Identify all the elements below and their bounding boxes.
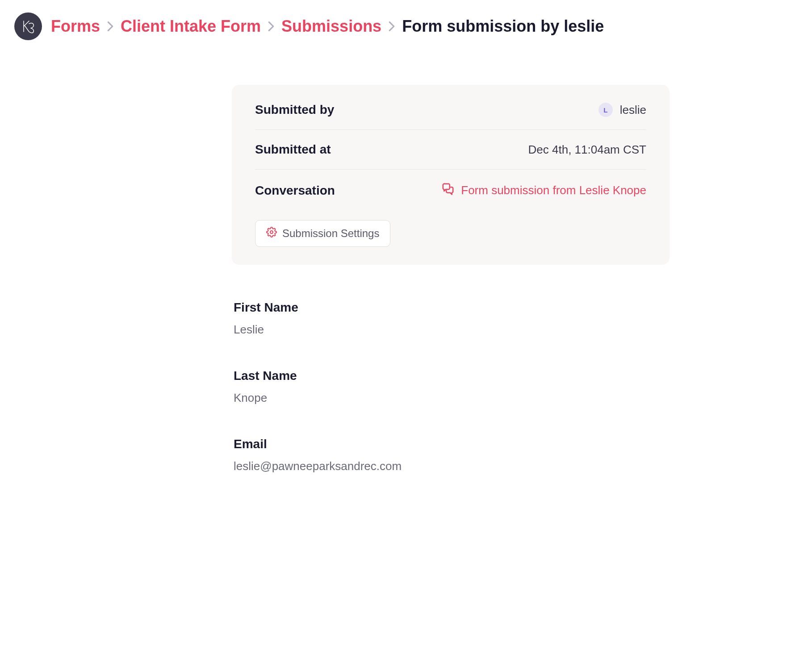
field-last-name: Last Name Knope xyxy=(234,369,668,405)
conversation-label: Conversation xyxy=(255,183,335,198)
gear-icon xyxy=(266,227,277,240)
breadcrumb-link-client-intake-form[interactable]: Client Intake Form xyxy=(121,17,261,36)
summary-row-conversation: Conversation Form submission from Leslie… xyxy=(255,170,646,211)
field-value: leslie@pawneeparksandrec.com xyxy=(234,459,668,473)
main-content: Submitted by L leslie Submitted at Dec 4… xyxy=(142,85,670,473)
submitted-by-username: leslie xyxy=(620,103,646,117)
chevron-right-icon xyxy=(107,21,113,31)
conversation-link[interactable]: Form submission from Leslie Knope xyxy=(441,182,646,199)
breadcrumb-link-submissions[interactable]: Submissions xyxy=(281,17,381,36)
submitted-at-label: Submitted at xyxy=(255,142,331,157)
avatar: L xyxy=(599,103,613,117)
chat-icon xyxy=(441,182,455,199)
breadcrumb: Forms Client Intake Form Submissions For… xyxy=(51,17,604,36)
submitted-by-label: Submitted by xyxy=(255,103,334,117)
conversation-link-text: Form submission from Leslie Knope xyxy=(461,183,646,197)
submitted-by-value[interactable]: L leslie xyxy=(599,103,646,117)
submission-summary-card: Submitted by L leslie Submitted at Dec 4… xyxy=(232,85,670,265)
breadcrumb-current: Form submission by leslie xyxy=(402,17,604,36)
svg-point-0 xyxy=(270,231,273,233)
field-value: Leslie xyxy=(234,323,668,337)
field-label: Email xyxy=(234,437,668,451)
field-email: Email leslie@pawneeparksandrec.com xyxy=(234,437,668,473)
field-label: Last Name xyxy=(234,369,668,383)
page-header: Forms Client Intake Form Submissions For… xyxy=(14,12,798,40)
field-value: Knope xyxy=(234,391,668,405)
brand-logo[interactable] xyxy=(14,12,42,40)
submitted-at-value: Dec 4th, 11:04am CST xyxy=(528,143,646,157)
field-first-name: First Name Leslie xyxy=(234,300,668,337)
field-label: First Name xyxy=(234,300,668,315)
submission-settings-button[interactable]: Submission Settings xyxy=(255,220,390,247)
form-fields: First Name Leslie Last Name Knope Email … xyxy=(232,300,670,473)
breadcrumb-link-forms[interactable]: Forms xyxy=(51,17,100,36)
chevron-right-icon xyxy=(389,21,395,31)
settings-button-label: Submission Settings xyxy=(282,227,379,240)
summary-row-submitted-by: Submitted by L leslie xyxy=(255,103,646,130)
summary-row-submitted-at: Submitted at Dec 4th, 11:04am CST xyxy=(255,130,646,170)
chevron-right-icon xyxy=(268,21,274,31)
